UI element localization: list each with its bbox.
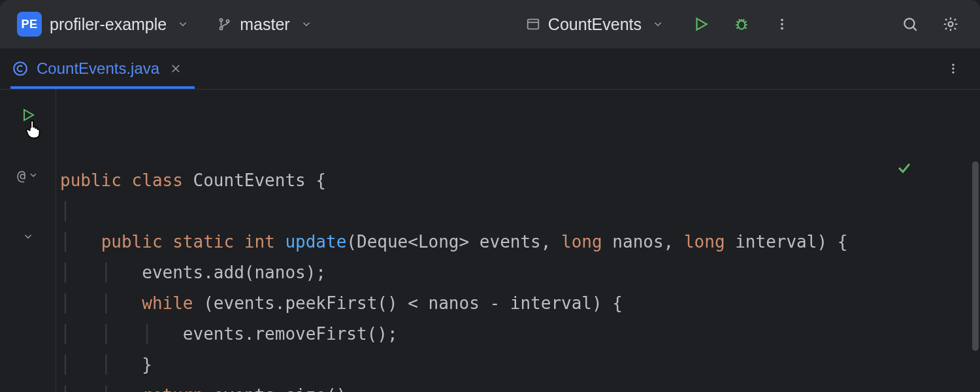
branch-name: master (240, 15, 289, 34)
code-area[interactable]: public class CountEvents { │ │ public st… (56, 90, 971, 392)
code-line: │ │ } (60, 355, 152, 374)
code-line: │ │ events.add(nanos); (60, 263, 326, 282)
analysis-ok-icon[interactable] (896, 99, 958, 237)
svg-point-15 (952, 64, 954, 66)
debug-button[interactable] (729, 12, 754, 37)
svg-point-17 (952, 71, 954, 73)
close-icon (170, 63, 182, 74)
override-gutter-icon[interactable]: @ (0, 160, 56, 190)
project-selector[interactable]: PE profiler-example (17, 12, 189, 37)
run-config-name: CountEvents (548, 15, 642, 34)
editor-tabstrip: CountEvents.java (0, 48, 980, 89)
search-button[interactable] (898, 12, 923, 37)
branch-selector[interactable]: master (218, 15, 312, 34)
scroll-thumb[interactable] (972, 161, 979, 351)
class-icon (12, 60, 29, 77)
more-vertical-icon (775, 17, 789, 31)
search-icon (902, 16, 919, 33)
code-line: │ │ return events.size(); (60, 385, 357, 392)
code-line: public class CountEvents { (60, 171, 326, 190)
svg-point-16 (952, 67, 954, 69)
chevron-down-icon (22, 231, 34, 242)
more-actions-button[interactable] (770, 12, 794, 37)
chevron-down-icon (301, 18, 312, 30)
settings-button[interactable] (938, 12, 963, 37)
code-line: │ │ while (events.peekFirst() < nanos - … (60, 293, 623, 313)
tab-filename: CountEvents.java (37, 59, 159, 78)
svg-point-8 (781, 27, 783, 30)
run-gutter-icon[interactable] (0, 100, 56, 130)
svg-marker-4 (697, 18, 707, 29)
svg-point-11 (949, 22, 953, 27)
chevron-down-icon (652, 18, 664, 30)
git-branch-icon (218, 17, 232, 31)
play-icon (20, 107, 36, 123)
svg-rect-3 (528, 20, 539, 29)
svg-point-9 (904, 18, 914, 28)
vertical-scrollbar[interactable] (971, 90, 980, 392)
svg-point-7 (781, 23, 783, 25)
chevron-down-icon (177, 18, 189, 30)
check-icon (896, 160, 912, 176)
run-config-selector[interactable]: CountEvents (526, 15, 664, 34)
main-header: PE profiler-example master CountEvents (0, 0, 980, 48)
project-badge: PE (17, 12, 42, 37)
play-icon (693, 16, 710, 33)
more-vertical-icon (947, 62, 960, 75)
editor: @ public class CountEvents { │ │ public … (0, 89, 980, 392)
gear-icon (942, 16, 959, 33)
tab-more-button[interactable] (941, 56, 966, 81)
svg-point-0 (220, 19, 223, 22)
editor-gutter: @ (0, 90, 56, 392)
svg-line-10 (913, 27, 917, 31)
run-button[interactable] (689, 12, 713, 37)
project-name: profiler-example (50, 15, 167, 34)
svg-point-5 (738, 21, 745, 29)
code-line: │ public static int update(Deque<Long> e… (60, 232, 847, 252)
application-icon (526, 17, 540, 31)
svg-point-12 (14, 62, 27, 75)
code-line: │ │ │ events.removeFirst(); (60, 324, 398, 344)
chevron-down-icon (28, 170, 39, 180)
svg-point-6 (781, 19, 783, 22)
fold-gutter-icon[interactable] (0, 221, 56, 252)
svg-marker-18 (24, 110, 33, 120)
editor-tab[interactable]: CountEvents.java (10, 48, 195, 89)
tab-close-button[interactable] (167, 63, 182, 74)
bug-icon (733, 16, 750, 33)
code-line: │ (60, 201, 71, 221)
